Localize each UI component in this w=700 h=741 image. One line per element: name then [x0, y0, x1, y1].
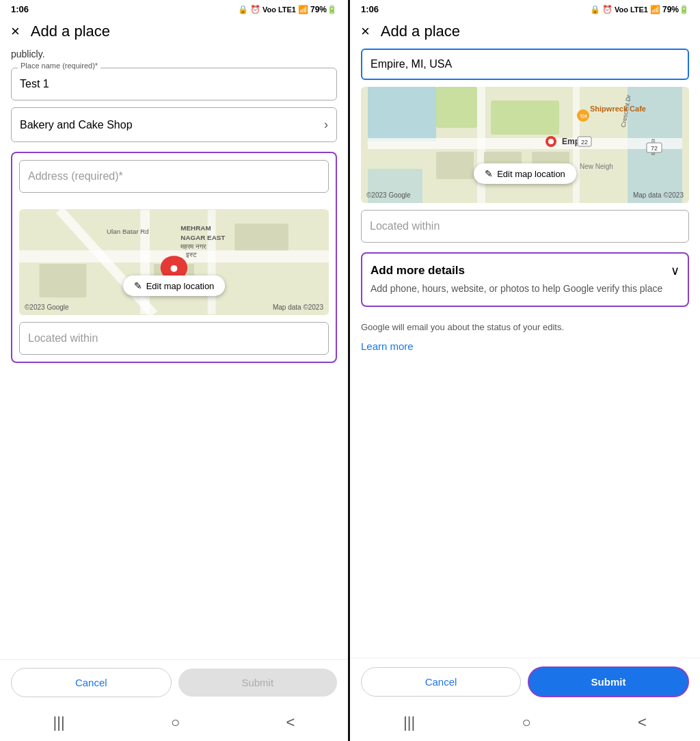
- svg-text:इस्ट: इस्ट: [185, 251, 197, 258]
- right-action-bar: Cancel Submit: [350, 658, 700, 707]
- svg-rect-22: [436, 87, 477, 128]
- svg-rect-7: [234, 224, 288, 250]
- svg-text:MEHRAM: MEHRAM: [180, 224, 211, 232]
- svg-text:🍽: 🍽: [580, 113, 587, 120]
- left-lte-icon: LTE1: [278, 5, 296, 14]
- left-battery: 79%🔋: [310, 5, 337, 14]
- svg-text:Shipwreck Cafe: Shipwreck Cafe: [590, 105, 646, 113]
- svg-text:महरम नगर: महरम नगर: [180, 243, 206, 250]
- right-lock-icon: 🔒: [590, 5, 600, 14]
- left-lock-icon: 🔒: [238, 5, 248, 14]
- left-map-svg: Ulan Batar Rd MEHRAM NAGAR EAST महरम नगर…: [19, 209, 329, 315]
- right-content: Crescent Dr Erie St 72 🍽 Shipwreck Cafe …: [350, 49, 700, 658]
- svg-point-35: [548, 139, 554, 144]
- right-signal-text: Voo: [615, 5, 628, 14]
- left-nav-back-icon[interactable]: <: [286, 714, 295, 731]
- email-note-text: Google will email you about the status o…: [361, 316, 689, 338]
- right-alarm-icon: ⏰: [602, 5, 612, 14]
- right-address-input[interactable]: [361, 49, 689, 80]
- add-more-header: Add more details ∨: [371, 263, 679, 278]
- right-edit-map-icon: ✎: [485, 168, 493, 179]
- left-signal-text: Voo: [262, 5, 276, 14]
- add-more-title: Add more details: [371, 264, 465, 278]
- left-status-bar: 1:06 🔒 ⏰ Voo LTE1 📶 79%🔋: [0, 0, 348, 17]
- left-map-data: Map data ©2023: [273, 304, 323, 311]
- right-page-title: Add a place: [381, 23, 460, 40]
- left-nav-home-icon[interactable]: ○: [171, 714, 180, 731]
- svg-rect-19: [368, 138, 682, 149]
- right-map-area: Crescent Dr Erie St 72 🍽 Shipwreck Cafe …: [361, 87, 689, 203]
- left-nav-menu-icon[interactable]: |||: [53, 714, 65, 731]
- right-submit-button[interactable]: Submit: [528, 666, 689, 697]
- category-label: Bakery and Cake Shop: [20, 119, 133, 131]
- right-nav-home-icon[interactable]: ○: [522, 714, 530, 731]
- left-submit-button: Submit: [178, 669, 338, 697]
- left-header: × Add a place: [0, 17, 348, 49]
- left-close-button[interactable]: ×: [11, 23, 20, 40]
- add-more-description: Add phone, hours, website, or photos to …: [371, 282, 679, 296]
- left-status-icons: 🔒 ⏰ Voo LTE1 📶 79%🔋: [238, 5, 337, 14]
- left-status-time: 1:06: [11, 4, 29, 14]
- svg-rect-16: [368, 87, 436, 142]
- right-close-button[interactable]: ×: [361, 23, 370, 40]
- left-nav-bar: ||| ○ <: [0, 707, 348, 741]
- svg-rect-24: [436, 152, 474, 179]
- right-status-bar: 1:06 🔒 ⏰ Voo LTE1 📶 79%🔋: [350, 0, 700, 17]
- svg-text:72: 72: [651, 145, 658, 152]
- svg-text:22: 22: [581, 139, 588, 146]
- left-located-within-input[interactable]: [19, 322, 329, 355]
- right-edit-map-label: Edit map location: [497, 169, 565, 179]
- address-field-group: [19, 160, 329, 200]
- left-alarm-icon: ⏰: [250, 5, 260, 14]
- left-signal-bars: 📶: [298, 5, 308, 14]
- right-edit-map-button[interactable]: ✎ Edit map location: [474, 163, 576, 184]
- left-phone-panel: 1:06 🔒 ⏰ Voo LTE1 📶 79%🔋 × Add a place p…: [0, 0, 350, 741]
- right-status-time: 1:06: [361, 4, 379, 14]
- svg-text:Ulan Batar Rd: Ulan Batar Rd: [107, 228, 149, 235]
- left-action-bar: Cancel Submit: [0, 659, 348, 707]
- left-page-title: Add a place: [31, 23, 110, 40]
- right-cancel-button[interactable]: Cancel: [361, 667, 521, 697]
- left-edit-map-button[interactable]: ✎ Edit map location: [123, 275, 226, 296]
- right-map-data: Map data ©2023: [633, 191, 684, 199]
- right-lte-icon: LTE1: [630, 5, 648, 14]
- address-input[interactable]: [19, 160, 329, 193]
- right-status-icons: 🔒 ⏰ Voo LTE1 📶 79%🔋: [590, 5, 689, 14]
- right-nav-back-icon[interactable]: <: [638, 714, 647, 731]
- place-name-label: Place name (required)*: [18, 62, 100, 70]
- address-section-box: Ulan Batar Rd MEHRAM NAGAR EAST महरम नगर…: [11, 152, 337, 363]
- right-header: × Add a place: [350, 17, 700, 49]
- right-map-copyright: ©2023 Google: [366, 191, 411, 199]
- right-located-within-input[interactable]: [361, 210, 689, 243]
- svg-rect-23: [491, 100, 559, 135]
- left-top-text: publicly.: [11, 49, 337, 59]
- left-content: publicly. Place name (required)* Bakery …: [0, 49, 348, 659]
- right-signal-bars: 📶: [650, 5, 660, 14]
- svg-text:NAGAR EAST: NAGAR EAST: [180, 234, 225, 241]
- right-battery: 79%🔋: [662, 5, 689, 14]
- category-chevron-icon: ›: [324, 118, 328, 132]
- learn-more-link[interactable]: Learn more: [361, 340, 689, 352]
- left-edit-map-label: Edit map location: [146, 281, 215, 291]
- right-nav-menu-icon[interactable]: |||: [403, 714, 415, 731]
- right-nav-bar: ||| ○ <: [350, 707, 700, 741]
- edit-map-icon: ✎: [134, 280, 142, 291]
- svg-point-14: [171, 265, 178, 272]
- left-cancel-button[interactable]: Cancel: [11, 668, 172, 697]
- left-map-copyright: ©2023 Google: [25, 304, 69, 311]
- svg-rect-20: [477, 87, 485, 203]
- add-more-chevron-icon: ∨: [671, 263, 679, 278]
- left-map-area: Ulan Batar Rd MEHRAM NAGAR EAST महरम नगर…: [19, 209, 329, 315]
- category-selector[interactable]: Bakery and Cake Shop ›: [11, 107, 337, 142]
- place-name-input[interactable]: [11, 68, 337, 100]
- svg-text:New Neigh: New Neigh: [580, 163, 613, 170]
- right-phone-panel: 1:06 🔒 ⏰ Voo LTE1 📶 79%🔋 × Add a place: [350, 0, 700, 741]
- place-name-field-group: Place name (required)*: [11, 68, 337, 100]
- svg-rect-5: [40, 264, 87, 297]
- add-more-details-section[interactable]: Add more details ∨ Add phone, hours, web…: [361, 252, 689, 307]
- right-map-svg: Crescent Dr Erie St 72 🍽 Shipwreck Cafe …: [361, 87, 689, 203]
